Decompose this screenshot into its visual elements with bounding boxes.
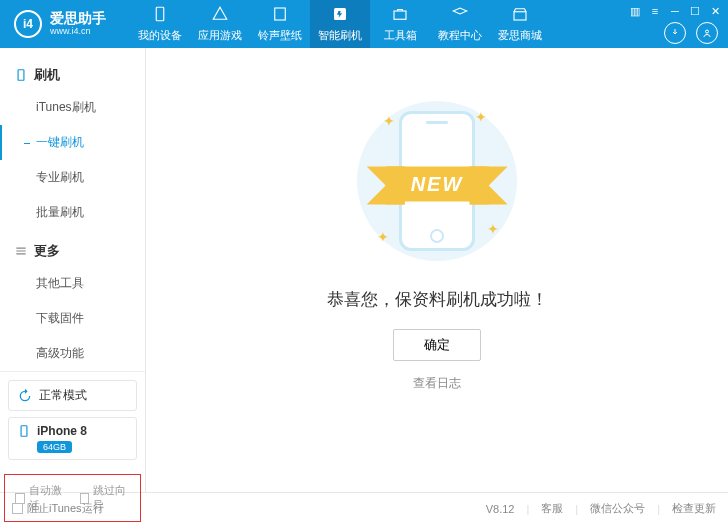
close-icon[interactable]: ✕ (708, 4, 722, 18)
success-illustration: ✦✦✦✦ NEW (337, 96, 537, 266)
tab-store[interactable]: 爱思商城 (490, 0, 550, 48)
svg-rect-1 (275, 8, 286, 20)
refresh-icon (17, 388, 33, 404)
svg-point-5 (706, 30, 709, 33)
window-controls: ▥ ≡ ─ ☐ ✕ (628, 4, 722, 18)
svg-rect-0 (156, 7, 164, 21)
header-actions (664, 22, 718, 44)
sidebar-item-pro-flash[interactable]: 专业刷机 (0, 160, 145, 195)
status-link-support[interactable]: 客服 (541, 501, 563, 516)
sidebar-item-batch-flash[interactable]: 批量刷机 (0, 195, 145, 230)
logo-icon: i4 (14, 10, 42, 38)
device-name: iPhone 8 (37, 424, 87, 438)
view-log-link[interactable]: 查看日志 (413, 375, 461, 392)
tab-tutorial[interactable]: 教程中心 (430, 0, 490, 48)
svg-rect-3 (394, 11, 406, 19)
app-url: www.i4.cn (50, 27, 106, 37)
ok-button[interactable]: 确定 (393, 329, 481, 361)
tab-apps[interactable]: 应用游戏 (190, 0, 250, 48)
tab-my-device[interactable]: 我的设备 (130, 0, 190, 48)
sidebar-item-other-tools[interactable]: 其他工具 (0, 266, 145, 301)
svg-rect-7 (21, 426, 27, 437)
status-link-wechat[interactable]: 微信公众号 (590, 501, 645, 516)
sidebar-item-oneclick-flash[interactable]: 一键刷机 (0, 125, 145, 160)
menu-icon[interactable]: ≡ (648, 4, 662, 18)
version-label: V8.12 (486, 503, 515, 515)
titlebar: i4 爱思助手 www.i4.cn 我的设备 应用游戏 铃声壁纸 智能刷机 工具… (0, 0, 728, 48)
download-icon[interactable] (664, 22, 686, 44)
svg-rect-4 (514, 12, 526, 20)
success-title: 恭喜您，保资料刷机成功啦！ (327, 288, 548, 311)
main-tabs: 我的设备 应用游戏 铃声壁纸 智能刷机 工具箱 教程中心 爱思商城 (130, 0, 550, 48)
sidebar-section-flash: 刷机 (0, 60, 145, 90)
app-logo: i4 爱思助手 www.i4.cn (0, 10, 120, 38)
device-icon (14, 68, 28, 82)
svg-rect-6 (18, 70, 24, 81)
user-icon[interactable] (696, 22, 718, 44)
sidebar: 刷机 iTunes刷机 一键刷机 专业刷机 批量刷机 更多 其他工具 下载固件 … (0, 48, 146, 492)
skin-icon[interactable]: ▥ (628, 4, 642, 18)
status-link-update[interactable]: 检查更新 (672, 501, 716, 516)
new-ribbon: NEW (389, 167, 486, 202)
phone-icon (17, 424, 31, 438)
main-content: ✦✦✦✦ NEW 恭喜您，保资料刷机成功啦！ 确定 查看日志 (146, 48, 728, 492)
sidebar-item-download-firmware[interactable]: 下载固件 (0, 301, 145, 336)
minimize-icon[interactable]: ─ (668, 4, 682, 18)
tab-toolbox[interactable]: 工具箱 (370, 0, 430, 48)
device-info[interactable]: iPhone 8 64GB (8, 417, 137, 460)
sidebar-item-itunes-flash[interactable]: iTunes刷机 (0, 90, 145, 125)
mode-button[interactable]: 正常模式 (8, 380, 137, 411)
maximize-icon[interactable]: ☐ (688, 4, 702, 18)
checkbox-block-itunes[interactable]: 阻止iTunes运行 (12, 501, 104, 516)
tab-smart-flash[interactable]: 智能刷机 (310, 0, 370, 48)
device-storage-badge: 64GB (37, 441, 72, 453)
tab-ringtone[interactable]: 铃声壁纸 (250, 0, 310, 48)
sidebar-item-advanced[interactable]: 高级功能 (0, 336, 145, 371)
more-icon (14, 244, 28, 258)
sidebar-section-more: 更多 (0, 236, 145, 266)
app-name: 爱思助手 (50, 11, 106, 26)
